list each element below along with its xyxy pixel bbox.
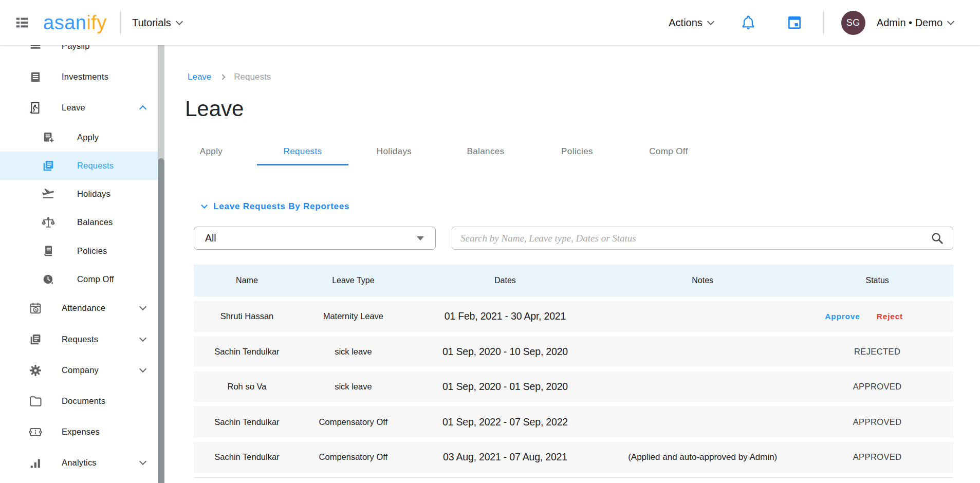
chevron-down-icon bbox=[707, 17, 714, 25]
header-divider bbox=[823, 10, 824, 35]
requests-icon bbox=[41, 159, 56, 173]
actions-menu[interactable]: Actions bbox=[669, 17, 713, 29]
column-header-name: Name bbox=[194, 276, 300, 285]
column-header-leave-type: Leave Type bbox=[300, 276, 406, 285]
sidebar-item-analytics[interactable]: Analytics bbox=[0, 449, 158, 477]
sidebar-item-label: Expenses bbox=[62, 427, 100, 437]
sidebar-item-label: Company bbox=[62, 365, 99, 375]
sidebar-item-investments[interactable]: Investments bbox=[0, 63, 158, 91]
chevron-down-icon bbox=[176, 17, 183, 25]
sidebar-item-documents[interactable]: Documents bbox=[0, 387, 158, 415]
approve-button[interactable]: Approve bbox=[825, 312, 860, 321]
tab-apply[interactable]: Apply bbox=[165, 138, 257, 165]
chevron-down-icon bbox=[947, 17, 954, 25]
apply-icon bbox=[41, 131, 56, 145]
search-icon[interactable] bbox=[930, 231, 945, 246]
calendar-icon[interactable] bbox=[786, 14, 803, 31]
sidebar: Payslip Investments Leave bbox=[0, 0, 164, 483]
sidebar-item-policies[interactable]: Policies bbox=[0, 237, 158, 265]
analytics-icon bbox=[28, 456, 43, 470]
cell-status: APPROVED bbox=[801, 417, 953, 427]
tab-balances[interactable]: Balances bbox=[440, 138, 531, 165]
sidebar-item-label: Requests bbox=[62, 335, 98, 344]
comp-off-icon bbox=[41, 272, 56, 287]
cell-leave-type: Compensatory Off bbox=[300, 452, 406, 462]
column-header-dates: Dates bbox=[406, 276, 604, 285]
table-row: Sachin Tendulkar Compensatory Off 03 Aug… bbox=[194, 442, 953, 473]
breadcrumb-link-leave[interactable]: Leave bbox=[188, 72, 211, 82]
logo-part-blue: asan bbox=[43, 12, 86, 33]
breadcrumb: Leave Requests bbox=[188, 72, 271, 82]
search-input[interactable] bbox=[460, 228, 930, 249]
cell-status: REJECTED bbox=[801, 347, 953, 357]
tab-policies[interactable]: Policies bbox=[531, 138, 623, 165]
tutorials-menu[interactable]: Tutorials bbox=[132, 17, 182, 29]
asanify-logo[interactable]: asanify bbox=[43, 13, 107, 32]
cell-dates: 01 Sep, 2020 - 10 Sep, 2020 bbox=[406, 346, 604, 358]
menu-icon[interactable] bbox=[13, 15, 31, 30]
cell-notes: (Applied and auto-approved by Admin) bbox=[604, 452, 801, 462]
tab-comp-off[interactable]: Comp Off bbox=[623, 138, 714, 165]
sidebar-item-label: Policies bbox=[77, 246, 107, 256]
filter-dropdown[interactable]: All bbox=[194, 227, 436, 250]
chevron-down-icon bbox=[139, 458, 146, 465]
page-title: Leave bbox=[185, 97, 244, 121]
cell-name: Sachin Tendulkar bbox=[194, 347, 300, 357]
sidebar-item-requests-main[interactable]: Requests bbox=[0, 325, 158, 354]
cell-dates: 01 Sep, 2022 - 07 Sep, 2022 bbox=[406, 416, 604, 428]
sidebar-item-label: Requests bbox=[77, 161, 114, 171]
cell-leave-type: Compensatory Off bbox=[300, 417, 406, 427]
cell-status: APPROVED bbox=[801, 452, 953, 462]
breadcrumb-current: Requests bbox=[234, 72, 271, 82]
reject-button[interactable]: Reject bbox=[877, 312, 903, 321]
account-menu[interactable]: Admin • Demo bbox=[877, 17, 953, 29]
notifications-bell-icon[interactable] bbox=[740, 14, 756, 31]
cell-leave-type: sick leave bbox=[300, 347, 406, 357]
table-row: Shruti Hassan Maternity Leave 01 Feb, 20… bbox=[194, 301, 953, 332]
policies-icon bbox=[41, 244, 56, 258]
tab-requests[interactable]: Requests bbox=[257, 138, 348, 165]
sidebar-item-requests[interactable]: Requests bbox=[0, 152, 158, 180]
requests-icon bbox=[28, 332, 43, 347]
chevron-down-icon bbox=[201, 202, 208, 209]
attendance-icon bbox=[28, 301, 43, 315]
top-header: asanify Tutorials Actions SG Admin • Dem… bbox=[0, 0, 980, 45]
sidebar-item-attendance[interactable]: Attendance bbox=[0, 294, 158, 322]
search-box bbox=[452, 227, 953, 250]
sidebar-item-comp-off[interactable]: Comp Off bbox=[0, 265, 158, 293]
account-label: Admin • Demo bbox=[877, 17, 942, 29]
main-content: Leave Requests Leave Apply Requests Holi… bbox=[164, 45, 980, 483]
tab-holidays[interactable]: Holidays bbox=[348, 138, 440, 165]
avatar[interactable]: SG bbox=[841, 11, 865, 35]
holidays-icon bbox=[41, 187, 56, 201]
leave-icon bbox=[28, 101, 43, 115]
cell-status: APPROVED bbox=[801, 382, 953, 392]
sidebar-item-expenses[interactable]: Expenses bbox=[0, 418, 158, 446]
cell-name: Roh so Va bbox=[194, 382, 300, 392]
sidebar-item-label: Leave bbox=[62, 103, 85, 113]
cell-name: Shruti Hassan bbox=[194, 311, 300, 321]
column-header-notes: Notes bbox=[604, 276, 801, 285]
sidebar-item-balances[interactable]: Balances bbox=[0, 208, 158, 236]
cell-actions: Approve Reject bbox=[801, 312, 927, 321]
breadcrumb-separator-icon bbox=[220, 74, 226, 80]
sidebar-item-label: Documents bbox=[62, 396, 105, 406]
tab-bar: Apply Requests Holidays Balances Policie… bbox=[165, 138, 714, 165]
chevron-up-icon bbox=[139, 105, 146, 112]
documents-icon bbox=[28, 394, 43, 408]
sidebar-item-label: Attendance bbox=[62, 303, 105, 313]
sidebar-item-leave[interactable]: Leave bbox=[0, 94, 158, 122]
sidebar-item-company[interactable]: Company bbox=[0, 356, 158, 384]
table-row: Sachin Tendulkar sick leave 01 Sep, 2020… bbox=[194, 336, 953, 367]
reportees-section-toggle[interactable]: Leave Requests By Reportees bbox=[202, 201, 349, 212]
sidebar-scrollbar-thumb[interactable] bbox=[158, 158, 164, 483]
sidebar-item-holidays[interactable]: Holidays bbox=[0, 180, 158, 208]
expenses-icon bbox=[28, 425, 43, 439]
cell-leave-type: sick leave bbox=[300, 382, 406, 392]
sidebar-item-apply[interactable]: Apply bbox=[0, 123, 158, 152]
sidebar-item-label: Analytics bbox=[62, 458, 97, 468]
sidebar-item-label: Investments bbox=[62, 72, 108, 82]
header-divider bbox=[120, 10, 121, 35]
chevron-down-icon bbox=[139, 335, 146, 342]
tutorials-label: Tutorials bbox=[132, 17, 171, 29]
